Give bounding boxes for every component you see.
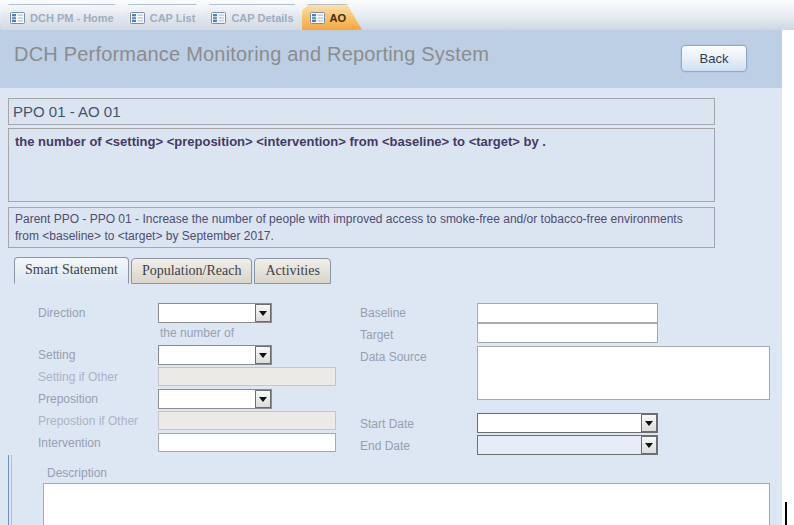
record-id-box: PPO 01 - AO 01 (8, 98, 715, 125)
direction-label: Direction (38, 306, 85, 320)
back-button[interactable]: Back (681, 45, 747, 72)
end-date-combobox[interactable] (477, 435, 658, 455)
form-header: DCH Performance Monitoring and Reporting… (0, 30, 782, 88)
baseline-label: Baseline (360, 306, 406, 320)
setting-if-other-label: Setting if Other (38, 370, 118, 384)
start-date-combobox[interactable] (477, 413, 658, 433)
object-tab-bar: DCH PM - Home CAP List CAP Details AO (0, 0, 794, 30)
form-window: DCH Performance Monitoring and Reporting… (0, 30, 782, 525)
direction-combobox[interactable] (158, 303, 272, 323)
window-tab-cap-details[interactable]: CAP Details (203, 4, 309, 30)
direction-static-text: the number of (160, 326, 234, 340)
description-label: Description (47, 466, 107, 480)
form-icon (10, 12, 25, 24)
prepostion-if-other-field (158, 411, 336, 430)
preposition-dropdown-button[interactable] (255, 390, 271, 408)
window-tab-label: CAP List (150, 12, 196, 24)
window-tab-dch-pm-home[interactable]: DCH PM - Home (2, 4, 130, 30)
app-screen: DCH PM - Home CAP List CAP Details AO DC… (0, 0, 794, 525)
chevron-down-icon (259, 397, 267, 402)
preposition-label: Preposition (38, 392, 98, 406)
window-tab-label: DCH PM - Home (30, 12, 114, 24)
start-date-dropdown-button[interactable] (641, 414, 657, 432)
record-selector-edge (8, 455, 12, 525)
page-title: DCH Performance Monitoring and Reporting… (14, 43, 489, 66)
form-icon (211, 12, 226, 24)
setting-label: Setting (38, 348, 75, 362)
window-right-margin (782, 30, 794, 525)
tab-smart-statement[interactable]: Smart Statement (14, 257, 129, 284)
window-tab-label: AO (330, 12, 347, 24)
direction-value (159, 304, 255, 322)
description-field[interactable] (43, 483, 770, 525)
chevron-down-icon (645, 443, 653, 448)
chevron-down-icon (259, 311, 267, 316)
end-date-label: End Date (360, 439, 410, 453)
preposition-value (159, 390, 255, 408)
direction-dropdown-button[interactable] (255, 304, 271, 322)
target-field[interactable] (477, 323, 658, 343)
parent-ppo-box: Parent PPO - PPO 01 - Increase the numbe… (8, 207, 715, 248)
end-date-value (478, 436, 641, 454)
window-tab-label: CAP Details (231, 12, 293, 24)
setting-dropdown-button[interactable] (255, 346, 271, 364)
text-cursor-artifact (785, 502, 787, 525)
setting-combobox[interactable] (158, 345, 272, 365)
setting-value (159, 346, 255, 364)
prepostion-if-other-label: Prepostion if Other (38, 414, 138, 428)
window-tab-cap-list[interactable]: CAP List (122, 4, 212, 30)
form-icon (310, 12, 325, 24)
preposition-combobox[interactable] (158, 389, 272, 409)
chevron-down-icon (645, 421, 653, 426)
target-label: Target (360, 328, 393, 342)
window-tab-ao[interactable]: AO (302, 4, 363, 30)
chevron-down-icon (259, 353, 267, 358)
start-date-label: Start Date (360, 417, 414, 431)
smart-statement-box: the number of <setting> <preposition> <i… (8, 128, 715, 202)
setting-if-other-field (158, 367, 336, 386)
end-date-dropdown-button[interactable] (641, 436, 657, 454)
data-source-field[interactable] (477, 346, 770, 400)
baseline-field[interactable] (477, 303, 658, 323)
data-source-label: Data Source (360, 350, 427, 364)
detail-tab-strip: Smart Statement Population/Reach Activit… (14, 258, 333, 284)
form-icon (130, 12, 145, 24)
start-date-value (478, 414, 641, 432)
tab-population-reach[interactable]: Population/Reach (131, 258, 253, 284)
tab-activities[interactable]: Activities (254, 258, 330, 284)
intervention-label: Intervention (38, 436, 101, 450)
intervention-field[interactable] (158, 433, 336, 452)
